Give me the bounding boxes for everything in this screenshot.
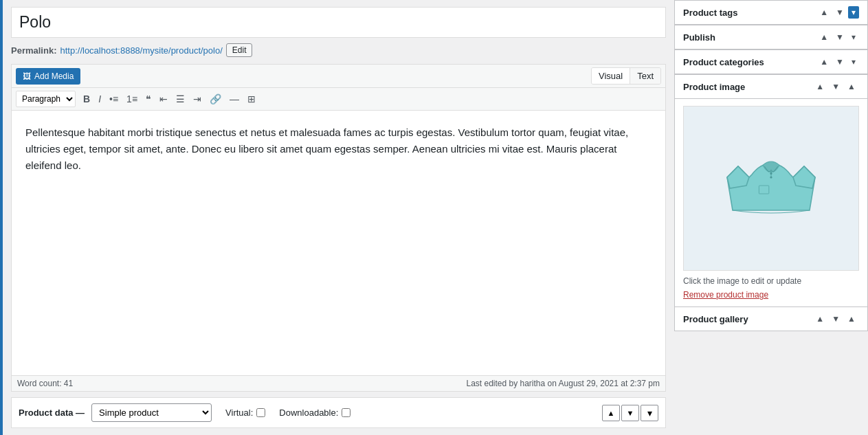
post-title-input[interactable]: Polo — [11, 7, 666, 38]
publish-controls: ▲ ▼ ▾ — [816, 31, 859, 43]
publish-panel: Publish ▲ ▼ ▾ — [674, 25, 868, 49]
product-categories-panel: Product categories ▲ ▼ ▾ — [674, 49, 868, 74]
product-tags-header[interactable]: Product tags ▲ ▼ ▾ — [675, 1, 867, 25]
downloadable-checkbox[interactable] — [342, 408, 350, 417]
product-tags-toggle[interactable]: ▾ — [848, 6, 859, 19]
main-content: Polo Permalink: http://localhost:8888/my… — [3, 0, 674, 435]
product-image-down[interactable]: ▼ — [828, 80, 843, 93]
format-toolbar: Paragraph B I •≡ 1≡ ❝ ⇤ ☰ ⇥ 🔗 ― ⊞ — [12, 88, 665, 111]
product-tags-title: Product tags — [683, 8, 737, 18]
product-categories-controls: ▲ ▼ ▾ — [816, 56, 859, 68]
product-gallery-title: Product gallery — [683, 314, 748, 324]
product-image-controls: ▲ ▼ ▲ — [812, 80, 859, 93]
remove-product-image-button[interactable]: Remove product image — [683, 290, 768, 300]
horizontal-rule-button[interactable]: ― — [226, 92, 243, 106]
product-gallery-down[interactable]: ▼ — [828, 313, 843, 325]
italic-button[interactable]: I — [95, 92, 104, 106]
product-gallery-toggle[interactable]: ▲ — [844, 313, 859, 325]
tab-visual[interactable]: Visual — [592, 68, 630, 84]
product-image-content: Click the image to edit or update Remove… — [675, 99, 867, 306]
permalink-edit-button[interactable]: Edit — [226, 43, 253, 57]
word-count: Word count: 41 — [17, 379, 73, 388]
product-type-select[interactable]: Simple product Grouped product External/… — [91, 403, 212, 422]
sidebar: Product tags ▲ ▼ ▾ Publish ▲ ▼ ▾ — [674, 0, 868, 435]
product-categories-header[interactable]: Product categories ▲ ▼ ▾ — [675, 50, 867, 74]
virtual-label: Virtual: — [225, 408, 253, 418]
align-center-button[interactable]: ☰ — [173, 92, 188, 106]
downloadable-checkbox-group: Downloadable: — [279, 408, 350, 418]
product-image-click-area[interactable] — [683, 106, 859, 271]
svg-point-1 — [770, 172, 772, 175]
editor-container: 🖼 Add Media Visual Text Paragraph B I •≡… — [11, 64, 666, 392]
product-gallery-controls: ▲ ▼ ▲ — [812, 313, 859, 325]
product-image-panel: Product image ▲ ▼ ▲ — [674, 74, 868, 306]
product-data-label: Product data — — [19, 408, 85, 418]
align-left-button[interactable]: ⇤ — [156, 92, 171, 106]
editor-top-toolbar: 🖼 Add Media Visual Text — [12, 65, 665, 88]
product-tags-panel: Product tags ▲ ▼ ▾ — [674, 0, 868, 25]
svg-point-2 — [770, 176, 772, 178]
publish-down[interactable]: ▼ — [832, 31, 847, 43]
permalink-bar: Permalink: http://localhost:8888/mysite/… — [11, 43, 666, 57]
product-categories-title: Product categories — [683, 57, 764, 67]
add-media-button[interactable]: 🖼 Add Media — [16, 68, 80, 85]
categories-up[interactable]: ▲ — [816, 56, 832, 68]
editor-area[interactable]: Pellentesque habitant morbi tristique se… — [12, 111, 665, 375]
product-tags-controls: ▲ ▼ ▾ — [816, 6, 859, 19]
virtual-checkbox-group: Virtual: — [225, 408, 265, 418]
product-gallery-header[interactable]: Product gallery ▲ ▼ ▲ — [675, 307, 867, 331]
add-media-label: Add Media — [34, 71, 74, 81]
product-image-up[interactable]: ▲ — [812, 80, 827, 93]
polo-shirt-image — [716, 133, 826, 243]
downloadable-label: Downloadable: — [279, 408, 338, 418]
tab-text[interactable]: Text — [630, 68, 660, 84]
product-image-title: Product image — [683, 82, 745, 92]
publish-title: Publish — [683, 32, 715, 43]
paragraph-select[interactable]: Paragraph — [16, 91, 76, 107]
categories-toggle[interactable]: ▾ — [848, 56, 859, 68]
publish-header[interactable]: Publish ▲ ▼ ▾ — [675, 25, 867, 49]
last-edited: Last edited by haritha on August 29, 202… — [466, 379, 660, 388]
product-tags-up[interactable]: ▲ — [816, 6, 832, 19]
blockquote-button[interactable]: ❝ — [142, 92, 155, 106]
publish-toggle[interactable]: ▾ — [848, 31, 859, 43]
bullet-list-button[interactable]: •≡ — [106, 92, 122, 106]
link-button[interactable]: 🔗 — [206, 92, 225, 106]
editor-statusbar: Word count: 41 Last edited by haritha on… — [12, 375, 665, 391]
permalink-label: Permalink: — [11, 45, 56, 56]
product-image-toggle[interactable]: ▲ — [844, 80, 859, 93]
product-data-expand[interactable]: ▾ — [641, 405, 658, 421]
add-media-icon: 🖼 — [23, 71, 31, 81]
table-button[interactable]: ⊞ — [244, 92, 259, 106]
view-tabs: Visual Text — [591, 67, 661, 85]
editor-content: Pellentesque habitant morbi tristique se… — [25, 124, 652, 174]
permalink-link[interactable]: http://localhost:8888/mysite/product/pol… — [60, 45, 222, 56]
numbered-list-button[interactable]: 1≡ — [123, 92, 141, 106]
virtual-checkbox[interactable] — [256, 408, 265, 417]
bold-button[interactable]: B — [80, 92, 93, 106]
product-data-collapse-down[interactable]: ▼ — [621, 405, 639, 421]
product-data-arrows: ▲ ▼ ▾ — [602, 405, 658, 421]
product-tags-down[interactable]: ▼ — [832, 6, 847, 19]
product-gallery-panel: Product gallery ▲ ▼ ▲ — [674, 306, 868, 331]
product-image-hint: Click the image to edit or update — [683, 276, 859, 286]
product-data-bar: Product data — Simple product Grouped pr… — [11, 397, 666, 428]
product-gallery-up[interactable]: ▲ — [812, 313, 827, 325]
product-image-header[interactable]: Product image ▲ ▼ ▲ — [675, 75, 867, 99]
product-data-collapse-up[interactable]: ▲ — [602, 405, 620, 421]
publish-up[interactable]: ▲ — [816, 31, 832, 43]
align-right-button[interactable]: ⇥ — [190, 92, 205, 106]
categories-down[interactable]: ▼ — [832, 56, 847, 68]
